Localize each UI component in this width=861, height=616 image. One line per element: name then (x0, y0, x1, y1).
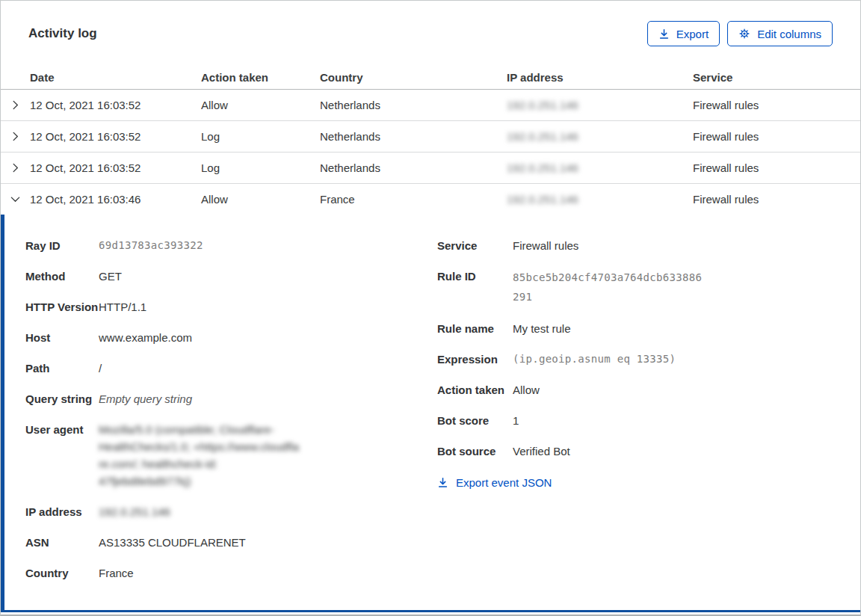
field-value: / (99, 360, 102, 377)
field-label: Host (25, 329, 99, 346)
cell-ip-address-redacted: 192.0.251.146 (507, 193, 693, 206)
toolbar: Export Edit columns (647, 21, 833, 46)
export-button[interactable]: Export (647, 21, 720, 46)
detail-field-path: Path / (25, 360, 437, 377)
detail-field-asn: ASN AS13335 CLOUDFLARENET (25, 534, 437, 551)
export-event-json-link[interactable]: Export event JSON (437, 476, 552, 489)
field-label: Rule ID (437, 268, 513, 307)
field-label: Bot score (437, 412, 513, 429)
detail-field-http-version: HTTP Version HTTP/1.1 (25, 298, 437, 315)
field-value: GET (99, 268, 122, 285)
field-value: France (99, 564, 134, 582)
field-label: Method (25, 268, 99, 285)
table-row-expanded[interactable]: 12 Oct, 2021 16:03:46 Allow France 192.0… (1, 184, 860, 215)
chevron-right-icon[interactable] (1, 153, 30, 183)
field-value: AS13335 CLOUDFLARENET (99, 534, 246, 551)
edit-columns-button-label: Edit columns (757, 28, 821, 40)
field-value: www.example.com (99, 329, 192, 346)
field-label: IP address (25, 503, 99, 520)
field-label: Expression (437, 351, 513, 368)
detail-field-expression: Expression (ip.geoip.asnum eq 13335) (437, 351, 860, 368)
event-detail-left-column: Ray ID 69d13783ac393322 Method GET HTTP … (25, 237, 437, 582)
cell-ip-address-redacted: 192.0.251.146 (507, 161, 693, 174)
field-label: Bot source (437, 443, 513, 460)
detail-field-bot-source: Bot source Verified Bot (437, 443, 860, 460)
column-header-country: Country (320, 71, 507, 84)
chevron-down-icon[interactable] (1, 184, 30, 215)
field-value: Empty query string (99, 390, 192, 407)
detail-field-bot-score: Bot score 1 (437, 412, 860, 429)
cell-date: 12 Oct, 2021 16:03:46 (30, 193, 201, 206)
cell-country: Netherlands (320, 130, 507, 143)
cell-action-taken: Allow (201, 99, 320, 111)
event-detail-right-column: Service Firewall rules Rule ID 85bce5b20… (437, 237, 860, 582)
detail-field-ip-address: IP address 192.0.251.146 (25, 503, 437, 520)
field-label: Query string (25, 390, 99, 407)
cell-country: France (320, 193, 507, 206)
field-value-redacted: Mozilla/5.0 (compatible; Cloudflare- Hea… (99, 421, 299, 490)
download-icon (437, 477, 448, 488)
field-value: 85bce5b204cf4703a764dcb633886291 (513, 268, 707, 307)
field-value: HTTP/1.1 (99, 298, 146, 315)
detail-field-host: Host www.example.com (25, 329, 437, 346)
table-row[interactable]: 12 Oct, 2021 16:03:52 Log Netherlands 19… (1, 121, 860, 153)
header-bar: Activity log Export Edit columns (1, 1, 860, 46)
event-detail-panel: Ray ID 69d13783ac393322 Method GET HTTP … (1, 215, 860, 612)
field-label: Ray ID (25, 237, 99, 254)
cell-ip-address-redacted: 192.0.251.146 (507, 130, 693, 143)
redacted-line: re.com/; healthcheck-id: (99, 455, 299, 472)
detail-field-query-string: Query string Empty query string (25, 390, 437, 407)
cell-country: Netherlands (320, 99, 507, 111)
field-label: HTTP Version (25, 298, 99, 315)
detail-field-rule-id: Rule ID 85bce5b204cf4703a764dcb633886291 (437, 268, 860, 307)
export-button-label: Export (676, 28, 709, 40)
field-value: Allow (513, 381, 540, 398)
chevron-right-icon[interactable] (1, 90, 30, 120)
field-value: 69d13783ac393322 (99, 237, 203, 254)
cell-action-taken: Log (201, 161, 320, 174)
field-value: Verified Bot (513, 443, 570, 460)
column-header-service: Service (693, 71, 860, 84)
cell-date: 12 Oct, 2021 16:03:52 (30, 161, 201, 174)
redacted-line: HealthChecks/1.0; +https://www.cloudfla (99, 438, 299, 455)
table-header-row: Date Action taken Country IP address Ser… (1, 65, 860, 90)
cell-service: Firewall rules (693, 99, 860, 111)
cell-service: Firewall rules (693, 130, 860, 143)
cell-service: Firewall rules (693, 161, 860, 174)
activity-table: Date Action taken Country IP address Ser… (1, 65, 860, 612)
field-label: Country (25, 564, 99, 582)
field-value: Firewall rules (513, 237, 578, 254)
field-value: My test rule (513, 320, 571, 337)
chevron-right-icon[interactable] (1, 121, 30, 152)
column-header-ip-address: IP address (507, 71, 693, 84)
field-label: Service (437, 237, 513, 254)
detail-field-action-taken: Action taken Allow (437, 381, 860, 398)
table-row[interactable]: 12 Oct, 2021 16:03:52 Log Netherlands 19… (1, 153, 860, 184)
field-label: Rule name (437, 320, 513, 337)
cell-action-taken: Log (201, 130, 320, 143)
field-label: ASN (25, 534, 99, 551)
detail-field-method: Method GET (25, 268, 437, 285)
field-value: (ip.geoip.asnum eq 13335) (513, 351, 676, 368)
detail-field-country: Country France (25, 564, 437, 582)
edit-columns-button[interactable]: Edit columns (727, 21, 833, 46)
cell-country: Netherlands (320, 161, 507, 174)
page-title: Activity log (28, 26, 97, 41)
table-row[interactable]: 12 Oct, 2021 16:03:52 Allow Netherlands … (1, 90, 860, 121)
cell-action-taken: Allow (201, 193, 320, 206)
detail-field-ray-id: Ray ID 69d13783ac393322 (25, 237, 437, 254)
cell-date: 12 Oct, 2021 16:03:52 (30, 130, 201, 143)
field-value-redacted: 192.0.251.146 (99, 503, 170, 520)
cell-date: 12 Oct, 2021 16:03:52 (30, 99, 201, 111)
export-event-json-label: Export event JSON (456, 476, 552, 489)
redacted-line: Mozilla/5.0 (compatible; Cloudflare- (99, 421, 299, 438)
detail-field-service: Service Firewall rules (437, 237, 860, 254)
field-label: Action taken (437, 381, 513, 398)
detail-field-user-agent: User agent Mozilla/5.0 (compatible; Clou… (25, 421, 437, 490)
activity-log-panel: Activity log Export Edit columns Date Ac… (0, 0, 861, 616)
field-value: 1 (513, 412, 519, 429)
detail-field-rule-name: Rule name My test rule (437, 320, 860, 337)
gear-icon (738, 28, 750, 40)
field-label: Path (25, 360, 99, 377)
redacted-line: 47fjebd8ebd977kj) (99, 472, 299, 490)
